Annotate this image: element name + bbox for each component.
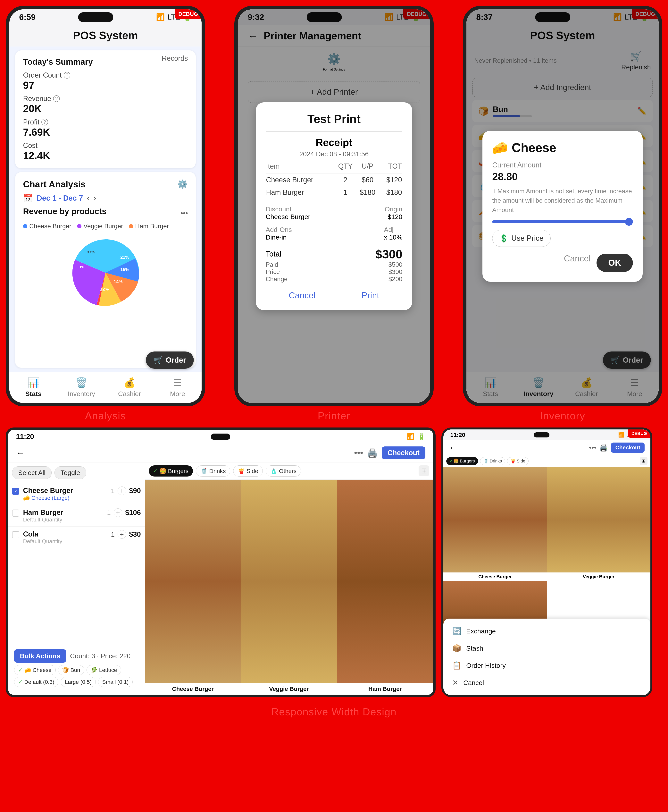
cheese-burger-card-name: Cheese Burger xyxy=(145,683,241,695)
nav-inventory[interactable]: 🗑️ Inventory xyxy=(57,372,105,403)
checkbox-cola[interactable] xyxy=(12,531,19,538)
modal-cancel-btn[interactable]: Cancel xyxy=(289,291,316,300)
chart-settings-icon[interactable]: ⚙️ xyxy=(177,179,188,189)
chart-more-menu[interactable]: ••• xyxy=(180,209,188,217)
cheese-plus-btn[interactable]: + xyxy=(118,486,126,495)
ing-chip-cheese[interactable]: ✓ 🧀 Cheese xyxy=(14,665,56,675)
col-qty: QTY xyxy=(335,162,356,174)
sp-cat-drinks[interactable]: 🥤 Drinks xyxy=(480,457,505,465)
large-pos-screen: 11:20 📶 🔋 ← ••• 🖨️ Checkout Select All T… xyxy=(6,428,436,697)
cheese-burger-img xyxy=(145,480,241,683)
order-cheese-sub: 🧀 Cheese (Large) xyxy=(23,495,107,501)
stats-label: Stats xyxy=(25,390,42,398)
cost-label: Cost xyxy=(23,142,37,150)
sp-food-cheese[interactable]: Cheese Burger xyxy=(443,467,547,581)
profit-help[interactable]: ? xyxy=(42,119,48,125)
ing-chip-lettuce[interactable]: 🥬 Lettuce xyxy=(87,665,121,675)
records-link[interactable]: Records xyxy=(162,54,188,62)
stat-revenue: Revenue ? 20K xyxy=(23,95,188,115)
revenue-help[interactable]: ? xyxy=(53,95,60,102)
receipt-tot-ham: $180 xyxy=(379,186,402,199)
app-title-1: POS System xyxy=(9,29,202,42)
origin-amount: $120 xyxy=(384,213,402,221)
sp-cat-burgers[interactable]: ✓ 🍔 Burgers xyxy=(446,457,478,465)
order-icon: 🛒 xyxy=(154,356,163,364)
checkbox-ham[interactable] xyxy=(12,510,19,516)
size-small[interactable]: Small (0.1) xyxy=(98,677,133,687)
cola-qty: 1 xyxy=(111,531,115,538)
ctx-cancel[interactable]: ✕ Cancel xyxy=(443,674,650,691)
cat-drinks[interactable]: 🥤 Drinks xyxy=(196,465,230,476)
order-count-help[interactable]: ? xyxy=(63,72,70,79)
nav-cashier[interactable]: 💰 Cashier xyxy=(105,372,154,403)
cheese-slider[interactable] xyxy=(492,221,633,223)
ctx-order-history[interactable]: 📋 Order History xyxy=(443,657,650,674)
next-date-arrow[interactable]: › xyxy=(94,194,96,203)
sp-printer-icon[interactable]: 🖨️ xyxy=(599,443,608,452)
receipt-discount-info: Discount Cheese Burger xyxy=(266,202,311,221)
cat-burgers[interactable]: ✓ 🍔 Burgers xyxy=(149,465,193,476)
food-card-cheese[interactable]: Cheese Burger xyxy=(145,480,241,695)
date-range[interactable]: Dec 1 - Dec 7 xyxy=(37,194,83,202)
size-default[interactable]: ✓ Default (0.3) xyxy=(14,677,58,687)
ctx-stash[interactable]: 📦 Stash xyxy=(443,640,650,657)
ctx-exchange[interactable]: 🔄 Exchange xyxy=(443,623,650,640)
sp-grid-view-btn[interactable]: ⊞ xyxy=(640,457,648,465)
modal-print-btn[interactable]: Print xyxy=(362,291,379,300)
cheese-price: $90 xyxy=(129,487,141,495)
cost-value: 12.4K xyxy=(23,150,188,161)
toggle-btn[interactable]: Toggle xyxy=(55,466,86,479)
sp-back-btn[interactable]: ← xyxy=(449,443,456,452)
grid-view-btn[interactable]: ⊞ xyxy=(419,465,429,476)
profit-label: Profit xyxy=(23,118,40,126)
order-cola-qty-price: 1 + $30 xyxy=(111,530,141,539)
inventory-icon: 🗑️ xyxy=(75,377,87,388)
cat-side[interactable]: 🍟 Side xyxy=(233,465,263,476)
order-item-cola: Cola Default Quantity 1 + $30 xyxy=(8,526,145,548)
checkout-btn[interactable]: Checkout xyxy=(382,446,426,459)
cat-others[interactable]: 🧴 Others xyxy=(266,465,301,476)
size-large[interactable]: Large (0.5) xyxy=(61,677,96,687)
sp-cat-side[interactable]: 🍟 Side xyxy=(507,457,529,465)
cheese-ok-btn[interactable]: OK xyxy=(596,254,633,272)
large-body: Select All Toggle ✓ Cheese Burger 🧀 Chee… xyxy=(8,463,433,695)
order-button[interactable]: 🛒 Order xyxy=(146,351,194,369)
ham-price: $106 xyxy=(125,509,141,517)
order-ham-info: Ham Burger Default Quantity xyxy=(23,508,103,523)
legend-label-veggie: Veggie Burger xyxy=(84,222,123,230)
sp-notch xyxy=(534,433,549,438)
select-all-btn[interactable]: Select All xyxy=(12,466,52,479)
phone-analysis: DEBUG 6:59 📶 LTE 🔋 POS System xyxy=(6,6,205,406)
drinks-label: Drinks xyxy=(209,468,226,475)
use-price-btn[interactable]: 💲 Use Price xyxy=(492,230,551,247)
large-status-bar: 11:20 📶 🔋 xyxy=(8,430,433,443)
printer-content: ← Printer Management ⚙️ Format Settings … xyxy=(238,25,430,403)
others-label: Others xyxy=(279,468,297,475)
large-back-btn[interactable]: ← xyxy=(16,448,25,458)
sp-cat-filter: ✓ 🍔 Burgers 🥤 Drinks 🍟 Side ⊞ xyxy=(443,455,650,467)
order-ham-name: Ham Burger xyxy=(23,508,103,516)
nav-stats[interactable]: 📊 Stats xyxy=(9,372,57,403)
large-printer-icon[interactable]: 🖨️ xyxy=(367,448,378,458)
sp-food-veggie[interactable]: Veggie Burger xyxy=(547,467,650,581)
bulk-actions-btn[interactable]: Bulk Actions xyxy=(14,649,66,663)
wifi-icon-large: 📶 xyxy=(407,433,415,440)
receipt-date: 2024 Dec 08 - 09:31:56 xyxy=(266,150,402,158)
large-more-dots[interactable]: ••• xyxy=(354,448,363,458)
sp-checkout-btn[interactable]: Checkout xyxy=(611,443,645,453)
ing-chip-bun[interactable]: 🍞 Bun xyxy=(58,665,84,675)
checkbox-cheese[interactable]: ✓ xyxy=(12,488,19,495)
food-card-ham[interactable]: Ham Burger xyxy=(337,480,433,695)
phone-printer: DEBUG 9:32 📶 LTE 🔋 ← Printer Management … xyxy=(234,6,434,406)
receipt-row-ham: Ham Burger 1 $180 $180 xyxy=(266,186,402,199)
ham-plus-btn[interactable]: + xyxy=(114,508,122,517)
cheese-cancel-btn[interactable]: Cancel xyxy=(564,254,591,272)
calendar-icon[interactable]: 📅 xyxy=(23,194,33,203)
food-card-veggie[interactable]: Veggie Burger xyxy=(241,480,337,695)
price-amount: $300 xyxy=(389,268,402,276)
sp-more-dots[interactable]: ••• xyxy=(589,443,596,452)
date-nav: 📅 Dec 1 - Dec 7 ‹ › xyxy=(23,194,188,203)
prev-date-arrow[interactable]: ‹ xyxy=(87,194,90,203)
nav-more[interactable]: ☰ More xyxy=(154,372,202,403)
cola-plus-btn[interactable]: + xyxy=(118,530,126,539)
